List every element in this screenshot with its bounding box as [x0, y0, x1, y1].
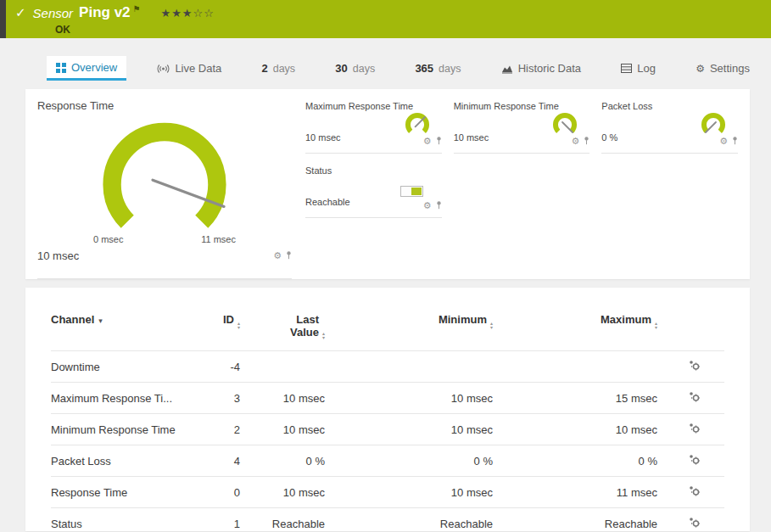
sort-icon: ▴▾	[237, 322, 240, 330]
response-time-gauge-title: Response Time	[37, 99, 292, 112]
sort-icon: ▴▾	[655, 322, 657, 330]
channel-settings-icon[interactable]	[689, 391, 701, 405]
packet-loss-settings-gear-icon[interactable]: ⚙	[719, 136, 728, 147]
channel-maximum: 10 msec	[493, 414, 657, 445]
status-value: Reachable	[305, 197, 350, 207]
channel-id: 0	[199, 477, 240, 508]
channel-name[interactable]: Packet Loss	[51, 445, 199, 477]
packet-loss-pin-icon[interactable]	[732, 133, 738, 148]
channel-name[interactable]: Maximum Response Ti...	[51, 383, 199, 414]
channel-last-value: 0 %	[240, 445, 325, 477]
tab-historic-data[interactable]: Historic Data	[492, 57, 590, 81]
status-settings-gear-icon[interactable]: ⚙	[423, 200, 432, 211]
tab-30-days-label: days	[353, 63, 375, 75]
tab-historic-data-label: Historic Data	[518, 62, 581, 75]
tab-365-days-label: days	[439, 63, 461, 75]
tab-log[interactable]: Log	[612, 57, 665, 81]
tab-log-label: Log	[637, 62, 656, 75]
header-maximum[interactable]: Maximum▴▾	[493, 310, 657, 351]
min-rt-pin-icon[interactable]	[584, 133, 589, 148]
table-row-downtime: Downtime -4	[51, 351, 724, 383]
stars-filled: ★★★	[161, 7, 193, 20]
tab-settings-label: Settings	[710, 62, 750, 75]
settings-gear-icon: ⚙	[696, 63, 705, 75]
channel-id: 1	[199, 508, 240, 532]
channel-settings-icon[interactable]	[689, 423, 701, 436]
channel-id: 3	[199, 383, 240, 414]
channel-name[interactable]: Response Time	[51, 477, 199, 508]
header-id[interactable]: ID▴▾	[199, 310, 240, 351]
table-row-response-time: Response Time 0 10 msec 10 msec 11 msec	[51, 477, 724, 508]
sensor-header: ✓ Sensor Ping v2 ⚑ ★★★☆☆ OK	[0, 0, 771, 38]
channel-maximum: Reachable	[493, 508, 657, 532]
overview-icon	[56, 63, 66, 73]
header-last-value-label: Last Value	[283, 313, 319, 339]
channel-minimum: Reachable	[325, 508, 493, 532]
max-response-time-panel: Maximum Response Time 10 msec ⚙	[305, 101, 442, 154]
header-channel[interactable]: Channel▾	[51, 310, 199, 351]
sensor-status-text: OK	[55, 24, 70, 36]
log-icon	[621, 64, 632, 73]
header-channel-label: Channel	[51, 313, 94, 326]
response-time-gauge	[92, 112, 237, 232]
min-rt-settings-gear-icon[interactable]: ⚙	[571, 136, 579, 147]
tab-365-days[interactable]: 365 days	[405, 57, 470, 81]
response-time-gauge-panel: Response Time 0 msec 11 msec 10 msec ⚙	[37, 99, 292, 279]
packet-loss-value: 0 %	[601, 132, 617, 143]
flag-icon: ⚑	[133, 4, 141, 14]
channel-settings-icon[interactable]	[689, 485, 701, 499]
tab-365-days-number: 365	[415, 62, 433, 75]
tab-settings[interactable]: ⚙ Settings	[686, 57, 759, 81]
sort-icon: ▴▾	[322, 332, 325, 340]
priority-stars[interactable]: ★★★☆☆	[161, 7, 215, 20]
max-rt-settings-gear-icon[interactable]: ⚙	[423, 136, 432, 147]
table-row-max-response-time: Maximum Response Ti... 3 10 msec 10 msec…	[51, 383, 724, 414]
channel-last-value: Reachable	[240, 508, 325, 532]
channel-id: 2	[199, 414, 240, 445]
channel-minimum: 10 msec	[325, 383, 493, 414]
gauge-settings-gear-icon[interactable]: ⚙	[273, 250, 282, 261]
tab-30-days-number: 30	[335, 62, 347, 75]
tab-2-days-number: 2	[261, 62, 267, 75]
table-row-status: Status 1 Reachable Reachable Reachable	[51, 508, 724, 532]
channel-name[interactable]: Status	[51, 508, 199, 532]
header-last-value[interactable]: Last Value▴▾	[240, 310, 325, 351]
channel-last-value	[240, 351, 325, 383]
gauge-scale-min: 0 msec	[93, 234, 123, 244]
status-panel: Status Reachable ⚙	[305, 165, 442, 218]
status-title: Status	[305, 165, 442, 176]
tab-overview[interactable]: Overview	[47, 56, 126, 81]
channel-settings-icon[interactable]	[689, 360, 701, 373]
min-response-time-value: 10 msec	[454, 132, 489, 143]
channel-name[interactable]: Downtime	[51, 351, 199, 383]
live-data-icon	[157, 64, 170, 74]
status-pin-icon[interactable]	[436, 198, 442, 213]
stars-empty: ☆☆	[193, 7, 215, 20]
table-header-row: Channel▾ ID▴▾ Last Value▴▾ Minimum▴▾ Max…	[51, 310, 724, 351]
status-indicator-knob	[411, 188, 422, 195]
channel-minimum: 0 %	[325, 445, 493, 477]
tab-30-days[interactable]: 30 days	[326, 57, 384, 81]
gauge-pin-icon[interactable]	[286, 248, 292, 263]
channel-settings-icon[interactable]	[689, 454, 701, 468]
status-indicator	[400, 186, 423, 197]
tab-live-data[interactable]: Live Data	[148, 57, 231, 81]
channel-table-card: Channel▾ ID▴▾ Last Value▴▾ Minimum▴▾ Max…	[25, 288, 750, 531]
header-minimum[interactable]: Minimum▴▾	[325, 310, 493, 351]
response-time-value: 10 msec	[37, 249, 79, 262]
channel-table: Channel▾ ID▴▾ Last Value▴▾ Minimum▴▾ Max…	[51, 310, 724, 532]
channel-minimum	[325, 351, 493, 383]
table-row-min-response-time: Minimum Response Time 2 10 msec 10 msec …	[51, 414, 724, 445]
channel-maximum: 15 msec	[493, 383, 657, 414]
channel-id: -4	[199, 351, 240, 383]
max-rt-pin-icon[interactable]	[436, 133, 442, 148]
channel-settings-icon[interactable]	[689, 517, 701, 530]
table-row-packet-loss: Packet Loss 4 0 % 0 % 0 %	[51, 445, 724, 477]
sensor-title: Ping v2	[79, 4, 130, 21]
header-edit	[657, 310, 724, 351]
channel-name[interactable]: Minimum Response Time	[51, 414, 199, 445]
packet-loss-panel: Packet Loss 0 % ⚙	[601, 101, 738, 154]
tab-live-data-label: Live Data	[175, 62, 221, 75]
channel-maximum	[493, 351, 657, 383]
tab-2-days[interactable]: 2 days	[252, 57, 304, 81]
